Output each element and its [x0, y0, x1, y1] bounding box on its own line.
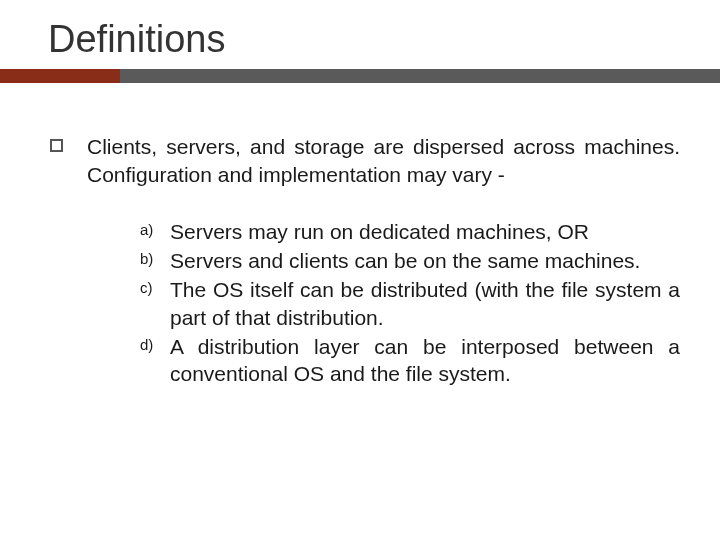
square-bullet-icon [50, 139, 63, 152]
item-label: c) [140, 276, 170, 296]
grey-segment [120, 69, 720, 83]
item-text: The OS itself can be distributed (with t… [170, 276, 680, 331]
divider-bar [0, 69, 720, 83]
accent-segment [0, 69, 120, 83]
content-area: Clients, servers, and storage are disper… [0, 83, 720, 387]
slide: Definitions Clients, servers, and storag… [0, 0, 720, 540]
main-text: Clients, servers, and storage are disper… [87, 133, 680, 190]
item-label: d) [140, 333, 170, 353]
sub-list: a) Servers may run on dedicated machines… [50, 218, 680, 388]
item-label: a) [140, 218, 170, 238]
list-item: b) Servers and clients can be on the sam… [140, 247, 680, 274]
list-item: a) Servers may run on dedicated machines… [140, 218, 680, 245]
item-label: b) [140, 247, 170, 267]
list-item: d) A distribution layer can be interpose… [140, 333, 680, 388]
item-text: Servers may run on dedicated machines, O… [170, 218, 680, 245]
item-text: Servers and clients can be on the same m… [170, 247, 680, 274]
list-item: c) The OS itself can be distributed (wit… [140, 276, 680, 331]
item-text: A distribution layer can be interposed b… [170, 333, 680, 388]
slide-title: Definitions [0, 18, 720, 61]
main-bullet-item: Clients, servers, and storage are disper… [50, 133, 680, 190]
